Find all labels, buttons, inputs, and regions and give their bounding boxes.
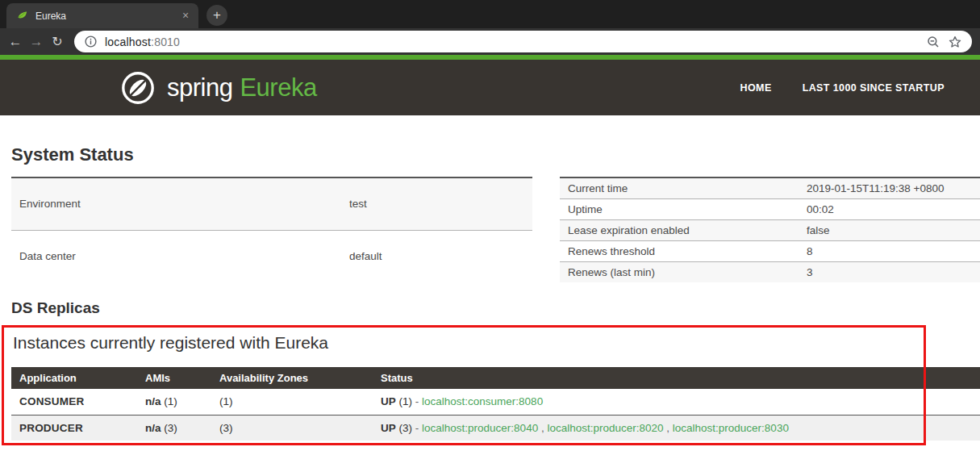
status-count: (3) xyxy=(396,422,415,434)
row-label: Current time xyxy=(560,177,799,198)
status-value: UP xyxy=(381,395,396,407)
status-cell: UP (1) - localhost:consumer:8080 xyxy=(373,389,980,415)
tab-title: Eureka xyxy=(35,10,179,22)
table-row: Uptime 00:02 xyxy=(560,198,980,219)
amis-count: (3) xyxy=(161,422,177,434)
instance-info-table: Current time 2019-01-15T11:19:38 +0800 U… xyxy=(560,177,980,282)
instance-link[interactable]: localhost:producer:8040 xyxy=(422,422,538,434)
eureka-masthead: springEureka HOME LAST 1000 SINCE STARTU… xyxy=(0,60,980,115)
spring-leaf-favicon-icon xyxy=(16,10,28,22)
row-value: false xyxy=(799,219,980,240)
row-value: default xyxy=(341,230,532,282)
table-row: Renews threshold 8 xyxy=(560,240,980,261)
table-row: Current time 2019-01-15T11:19:38 +0800 xyxy=(560,177,980,198)
row-value: 3 xyxy=(799,261,980,282)
zones-cell: (1) xyxy=(211,389,373,415)
url-text[interactable]: localhost:8010 xyxy=(105,35,180,48)
tab-close-icon[interactable]: × xyxy=(179,10,192,23)
system-status-heading: System Status xyxy=(11,144,980,165)
status-dash: - xyxy=(415,422,419,434)
back-icon[interactable]: ← xyxy=(5,31,26,52)
amis-cell: n/a (3) xyxy=(137,415,211,441)
system-status-tables: Environment test Data center default Cur… xyxy=(11,177,980,282)
table-row: Environment test xyxy=(11,177,532,230)
table-row: Data center default xyxy=(11,230,532,282)
status-count: (1) xyxy=(396,395,415,407)
link-separator: , xyxy=(538,422,547,434)
application-name: PRODUCER xyxy=(11,415,137,441)
row-value: 00:02 xyxy=(799,198,980,219)
instance-link[interactable]: localhost:consumer:8080 xyxy=(422,395,543,407)
row-value: 2019-01-15T11:19:38 +0800 xyxy=(799,177,980,198)
instances-table: Application AMIs Availability Zones Stat… xyxy=(11,367,980,441)
table-row: CONSUMER n/a (1) (1) UP (1) - localhost:… xyxy=(11,389,980,415)
status-cell: UP (3) - localhost:producer:8040 , local… xyxy=(373,415,980,441)
brand-spring: spring xyxy=(167,73,232,102)
table-row: Lease expiration enabled false xyxy=(560,219,980,240)
row-label: Lease expiration enabled xyxy=(560,219,799,240)
table-row: PRODUCER n/a (3) (3) UP (3) - localhost:… xyxy=(11,415,980,441)
refresh-icon[interactable]: ↻ xyxy=(47,31,68,52)
status-dash: - xyxy=(415,395,419,407)
row-label: Uptime xyxy=(560,198,799,219)
amis-cell: n/a (1) xyxy=(137,389,211,415)
amis-value: n/a xyxy=(145,395,161,407)
instances-header-row: Application AMIs Availability Zones Stat… xyxy=(11,367,980,389)
zoom-out-icon[interactable] xyxy=(926,35,940,49)
forward-icon[interactable]: → xyxy=(26,31,47,52)
url-host: localhost xyxy=(105,35,151,48)
instances-heading: Instances currently registered with Eure… xyxy=(13,332,980,353)
amis-count: (1) xyxy=(161,395,177,407)
column-header-amis: AMIs xyxy=(137,367,211,389)
browser-toolbar: ← → ↻ localhost:8010 xyxy=(0,28,980,55)
row-label: Environment xyxy=(11,177,341,230)
bookmark-star-icon[interactable] xyxy=(948,35,962,49)
row-label: Renews (last min) xyxy=(560,261,799,282)
browser-tab[interactable]: Eureka × xyxy=(6,3,198,28)
general-info-table: Environment test Data center default xyxy=(11,177,532,282)
page-content: System Status Environment test Data cent… xyxy=(0,144,980,441)
spring-logo-icon xyxy=(119,69,156,106)
column-header-availability-zones: Availability Zones xyxy=(211,367,373,389)
nav-home-link[interactable]: HOME xyxy=(740,82,772,94)
status-value: UP xyxy=(381,422,396,434)
instance-link[interactable]: localhost:producer:8020 xyxy=(547,422,663,434)
masthead-nav: HOME LAST 1000 SINCE STARTUP xyxy=(740,82,945,94)
column-header-application: Application xyxy=(11,367,137,389)
new-tab-button[interactable]: + xyxy=(206,5,227,26)
column-header-status: Status xyxy=(373,367,980,389)
instance-link[interactable]: localhost:producer:8030 xyxy=(673,422,789,434)
instance-links: localhost:producer:8040 , localhost:prod… xyxy=(422,422,789,434)
address-bar[interactable]: localhost:8010 xyxy=(74,31,972,52)
application-name: CONSUMER xyxy=(11,389,137,415)
brand-eureka: Eureka xyxy=(240,73,316,102)
browser-tab-bar: Eureka × + xyxy=(0,0,980,28)
table-row: Renews (last min) 3 xyxy=(560,261,980,282)
page-info-icon[interactable] xyxy=(84,35,98,48)
zones-cell: (3) xyxy=(211,415,373,441)
row-value: test xyxy=(341,177,532,230)
amis-value: n/a xyxy=(145,422,161,434)
row-label: Renews threshold xyxy=(560,240,799,261)
link-separator: , xyxy=(664,422,673,434)
ds-replicas-heading: DS Replicas xyxy=(11,299,980,318)
row-label: Data center xyxy=(11,230,341,282)
url-port: :8010 xyxy=(151,35,180,48)
row-value: 8 xyxy=(799,240,980,261)
brand-title: springEureka xyxy=(167,73,317,102)
nav-last-1000-link[interactable]: LAST 1000 SINCE STARTUP xyxy=(803,82,945,94)
instance-links: localhost:consumer:8080 xyxy=(422,395,543,407)
